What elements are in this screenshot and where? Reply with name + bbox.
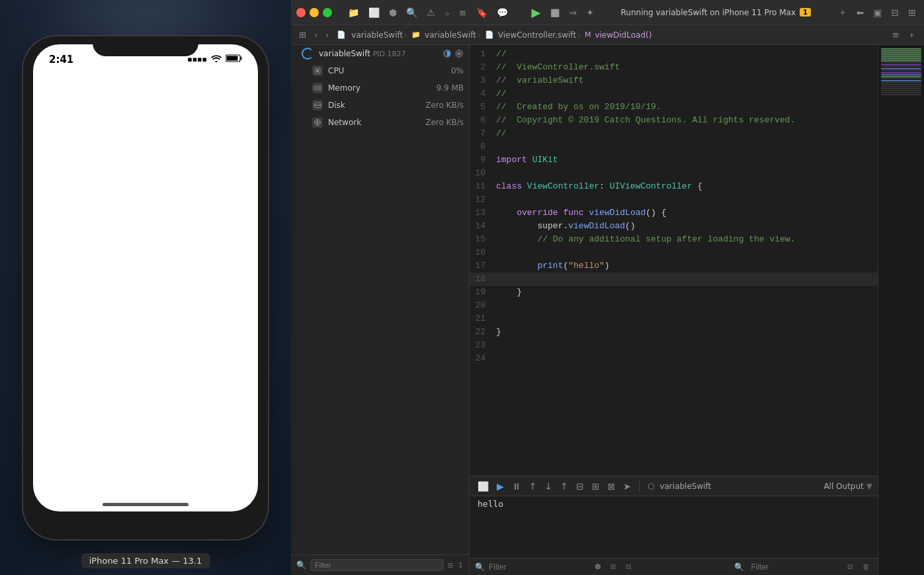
play-debug-icon[interactable]: ▶: [494, 480, 507, 493]
view-mem-icon[interactable]: ⊞: [589, 480, 603, 493]
bottom-filter-input[interactable]: [489, 562, 588, 572]
navigate-back-icon[interactable]: ⬅: [854, 6, 867, 19]
add-icon[interactable]: ＋: [835, 5, 850, 20]
code-area[interactable]: 1 // 2 // ViewController.swift 3 // vari…: [470, 45, 878, 476]
right-filter-input[interactable]: [751, 562, 840, 572]
xcode-nav: ⊞ ‹ › 📄 variableSwift › 📁 variableSwift …: [291, 25, 924, 45]
iphone-notch: [93, 36, 198, 56]
nav-hierarchy-icon[interactable]: ⊞: [296, 28, 309, 41]
bottom-split-icon[interactable]: ⊞: [608, 561, 619, 572]
source-control-icon[interactable]: ⬢: [386, 6, 399, 19]
cpu-label: CPU: [328, 66, 451, 75]
process-spinner-icon: [302, 48, 314, 60]
stop-button[interactable]: ■: [547, 5, 562, 20]
code-line-12: 12: [470, 193, 878, 206]
mini-map-content: [878, 45, 924, 99]
output-menu-icon[interactable]: ▼: [866, 482, 872, 491]
debug-item-memory[interactable]: Memory 9.9 MB: [291, 79, 469, 97]
send-icon[interactable]: ➤: [620, 480, 634, 493]
filter-icon: 🔍: [296, 560, 306, 570]
code-line-1: 1 //: [470, 48, 878, 61]
folder-icon[interactable]: 📁: [345, 6, 362, 19]
device-label: iPhone 11 Pro Max — 13.1: [81, 553, 210, 568]
annotation-icon[interactable]: 💬: [494, 6, 511, 19]
cpu-icon: [312, 66, 323, 76]
run-button[interactable]: ▶: [529, 4, 544, 21]
step-over-icon[interactable]: ⇒: [567, 6, 580, 19]
svg-rect-7: [316, 69, 319, 72]
console-icon[interactable]: ⬜: [475, 480, 491, 493]
variables-icon[interactable]: ⊠: [605, 480, 618, 493]
close-button[interactable]: [296, 8, 306, 17]
copy-icon[interactable]: ⊟: [573, 480, 587, 493]
minimize-button[interactable]: [310, 8, 319, 17]
iphone-frame: 2:41 ▪▪▪▪: [23, 36, 268, 539]
code-line-22: 22 }: [470, 326, 878, 339]
breadcrumb: 📄 variableSwift › 📁 variableSwift › 📄 Vi…: [334, 29, 651, 40]
stop-process-btn[interactable]: [454, 49, 464, 58]
maximize-button[interactable]: [323, 8, 332, 17]
destination-icon[interactable]: ✦: [583, 6, 597, 19]
memory-value: 9.9 MB: [437, 83, 464, 93]
editor-options-icon[interactable]: ≡: [890, 28, 902, 41]
toolbar-status: Running variableSwift on iPhone 11 Pro M…: [601, 8, 831, 17]
debug-item-disk[interactable]: Disk Zero KB/s: [291, 97, 469, 114]
xcode-panel: 📁 ⬜ ⬢ 🔍 ⚠ ⬦ ≡ 🔖 💬 ▶ ■ ⇒ ✦ Running variab…: [291, 0, 924, 575]
filter-input[interactable]: [310, 559, 444, 571]
breadcrumb-group[interactable]: variableSwift: [425, 30, 476, 40]
layout-2-icon[interactable]: ⊟: [889, 6, 902, 19]
code-line-8: 8: [470, 140, 878, 154]
debug-item-cpu[interactable]: CPU 0%: [291, 62, 469, 79]
code-line-19: 19 }: [470, 286, 878, 299]
memory-label: Memory: [328, 83, 437, 93]
pause-debug-icon[interactable]: ⏸: [509, 480, 524, 493]
nav-back-icon[interactable]: ‹: [312, 28, 320, 41]
scheme-name: variableSwift: [659, 482, 711, 491]
svg-rect-1: [241, 57, 242, 60]
breadcrumb-file[interactable]: ViewController.swift: [498, 30, 576, 40]
code-line-7: 7 //: [470, 127, 878, 140]
right-options-icon[interactable]: ⊟: [845, 561, 856, 572]
code-line-15: 15 // Do any additional setup after load…: [470, 233, 878, 246]
code-line-11: 11 class ViewController: UIViewControlle…: [470, 180, 878, 193]
bookmark-icon[interactable]: 🔖: [474, 6, 490, 19]
pause-process-btn[interactable]: [442, 49, 452, 58]
battery-icon: [226, 54, 242, 64]
svg-rect-9: [315, 87, 317, 89]
breadcrumb-method[interactable]: viewDidLoad(): [595, 30, 651, 40]
layout-1-icon[interactable]: ▣: [870, 6, 884, 19]
folder-breadcrumb-icon: 📁: [409, 29, 423, 40]
wifi-icon: [211, 54, 222, 64]
step-out-icon[interactable]: ↑: [558, 480, 571, 493]
iphone-time: 2:41: [49, 54, 73, 66]
output-text: hello: [478, 499, 503, 509]
iphone-status-icons: ▪▪▪▪: [187, 54, 242, 64]
step-over-debug-icon[interactable]: ↑: [526, 480, 540, 493]
code-line-16: 16: [470, 246, 878, 259]
mini-map: [878, 45, 924, 575]
disk-icon: [312, 100, 323, 111]
svg-rect-10: [317, 87, 319, 89]
bottom-clear-icon[interactable]: ⊟: [623, 561, 634, 572]
svg-rect-5: [458, 52, 460, 55]
network-label: Network: [328, 118, 425, 127]
right-trash-icon[interactable]: 🗑: [860, 561, 872, 572]
breadcrumb-project[interactable]: variableSwift: [351, 30, 403, 40]
inspector-icon[interactable]: ⬜: [366, 6, 382, 19]
step-into-icon[interactable]: ↓: [542, 480, 556, 493]
nav-forward-icon[interactable]: ›: [323, 28, 331, 41]
filter-sort-icon[interactable]: ↕: [458, 561, 464, 570]
bottom-options-icon[interactable]: ⬢: [592, 561, 604, 572]
breakpoint-icon[interactable]: ⬦: [442, 6, 452, 19]
add-editor-icon[interactable]: ＋: [905, 28, 919, 42]
debug-item-network[interactable]: Network Zero KB/s: [291, 114, 469, 131]
search-toolbar-icon[interactable]: 🔍: [403, 6, 420, 19]
layout-3-icon[interactable]: ⊞: [905, 6, 919, 19]
code-line-5: 5 // Created by os on 2019/10/19.: [470, 101, 878, 114]
warning-icon[interactable]: ⚠: [424, 6, 438, 19]
xcode-toolbar: 📁 ⬜ ⬢ 🔍 ⚠ ⬦ ≡ 🔖 💬 ▶ ■ ⇒ ✦ Running variab…: [291, 0, 924, 25]
filter-options-icon[interactable]: ⊞: [448, 561, 454, 570]
debug-filter-bar: 🔍 ⊞ ↕: [291, 554, 469, 575]
list-icon[interactable]: ≡: [456, 6, 470, 19]
process-row[interactable]: variableSwift PID 1827: [291, 45, 469, 62]
